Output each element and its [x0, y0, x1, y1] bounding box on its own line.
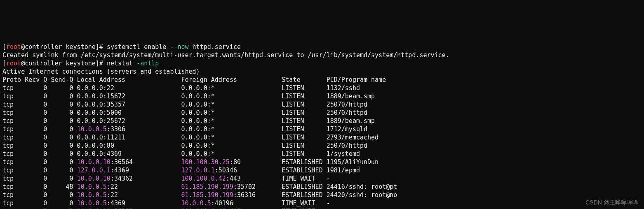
- terminal[interactable]: [root@controller keystone]# systemctl en…: [0, 41, 644, 209]
- netstat-row: tcp 0 0 127.0.0.1:4369 127.0.0.1:50346 E…: [2, 167, 360, 174]
- netstat-row: tcp 0 0 0.0.0.0:15672 0.0.0.0:* LISTEN 1…: [2, 93, 375, 100]
- netstat-row: tcp 0 0 10.0.0.5:22 61.185.190.199:36316…: [2, 191, 397, 199]
- netstat-row: tcp 0 0 10.0.0.10:34362 100.100.0.42:443…: [2, 175, 330, 182]
- netstat-row: tcp 0 0 0.0.0.0:11211 0.0.0.0:* LISTEN 2…: [2, 134, 378, 141]
- prompt-dir: keystone: [66, 60, 96, 67]
- watermark: CSDN @王哞哞哞哞: [585, 198, 638, 207]
- netstat-row: tcp 0 0 0.0.0.0:4369 0.0.0.0:* LISTEN 1/…: [2, 150, 360, 158]
- prompt-user: root: [6, 43, 21, 51]
- netstat-row: tcp 0 48 10.0.0.5:22 61.185.190.199:3570…: [2, 183, 397, 190]
- command-netstat: netstat: [107, 60, 136, 67]
- netstat-row: tcp 0 0 0.0.0.0:80 0.0.0.0:* LISTEN 2507…: [2, 142, 367, 149]
- prompt: [root@controller keystone]#: [2, 43, 107, 51]
- netstat-row: tcp 0 0 0.0.0.0:22 0.0.0.0:* LISTEN 1132…: [2, 84, 360, 92]
- netstat-row: tcp 0 0 0.0.0.0:35357 0.0.0.0:* LISTEN 2…: [2, 101, 367, 108]
- command-service: httpd.service: [189, 43, 241, 51]
- prompt-host: controller: [25, 43, 62, 51]
- command-flag-antlp: -antlp: [136, 60, 159, 67]
- netstat-row: tcp 0 0 10.0.0.10:36564 100.100.30.25:80…: [2, 158, 378, 166]
- prompt: [root@controller keystone]#: [2, 60, 107, 67]
- netstat-row: tcp 0 0 10.0.0.5:4369 10.0.0.5:40196 TIM…: [2, 200, 330, 207]
- netstat-header: Proto Recv-Q Send-Q Local Address Foreig…: [2, 76, 386, 84]
- netstat-row: tcp 0 0 10.0.0.5:3306 0.0.0.0:* LISTEN 1…: [2, 125, 367, 133]
- symlink-output: Created symlink from /etc/systemd/system…: [2, 51, 449, 59]
- netstat-row: tcp 0 0 0.0.0.0:5000 0.0.0.0:* LISTEN 25…: [2, 109, 367, 116]
- command-flag-now: --now: [170, 43, 188, 51]
- prompt-host: controller: [25, 60, 62, 67]
- command-systemctl: systemctl enable: [107, 43, 170, 51]
- prompt-dir: keystone: [66, 43, 96, 51]
- prompt-user: root: [6, 60, 21, 67]
- active-connections-header: Active Internet connections (servers and…: [2, 68, 200, 75]
- netstat-row: tcp 0 0 0.0.0.0:25672 0.0.0.0:* LISTEN 1…: [2, 117, 375, 125]
